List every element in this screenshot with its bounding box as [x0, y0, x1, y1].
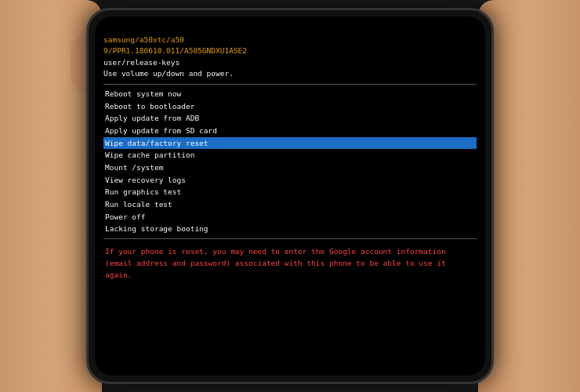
header-line-4: Use volume up/down and power.: [103, 68, 477, 79]
menu-section: Reboot system now Reboot to bootloader A…: [103, 88, 477, 239]
phone-inner: samsung/a50xtc/a50 9/PPR1.180610.011/A50…: [95, 16, 485, 376]
menu-item-apply-adb[interactable]: Apply update from ADB: [103, 112, 477, 125]
screen: samsung/a50xtc/a50 9/PPR1.180610.011/A50…: [99, 28, 481, 364]
header-line-1: samsung/a50xtc/a50: [103, 34, 477, 45]
header-section: samsung/a50xtc/a50 9/PPR1.180610.011/A50…: [103, 34, 477, 85]
menu-item-lacking-storage[interactable]: Lacking storage booting: [103, 223, 477, 235]
menu-item-wipe-data[interactable]: Wipe data/factory reset: [103, 137, 477, 150]
menu-item-wipe-cache[interactable]: Wipe cache partition: [103, 149, 477, 162]
menu-item-reboot-bootloader[interactable]: Reboot to bootloader: [103, 100, 477, 113]
menu-item-view-logs[interactable]: View recovery logs: [103, 174, 477, 187]
scene: samsung/a50xtc/a50 9/PPR1.180610.011/A50…: [0, 0, 580, 392]
phone: samsung/a50xtc/a50 9/PPR1.180610.011/A50…: [86, 8, 494, 384]
menu-item-reboot-system[interactable]: Reboot system now: [103, 88, 477, 100]
header-line-2: 9/PPR1.180610.011/A505GNDXU1ASE2: [103, 45, 477, 56]
menu-item-apply-sd[interactable]: Apply update from SD card: [103, 125, 477, 137]
menu-item-mount-system[interactable]: Mount /system: [103, 162, 477, 174]
menu-item-locale-test[interactable]: Run locale test: [103, 198, 477, 211]
menu-item-graphics-test[interactable]: Run graphics test: [103, 186, 477, 198]
warning-section: If your phone is reset, you may need to …: [103, 244, 477, 283]
header-line-3: user/release-keys: [103, 57, 477, 68]
warning-text: If your phone is reset, you may need to …: [105, 245, 475, 281]
menu-item-power-off[interactable]: Power off: [103, 211, 477, 223]
